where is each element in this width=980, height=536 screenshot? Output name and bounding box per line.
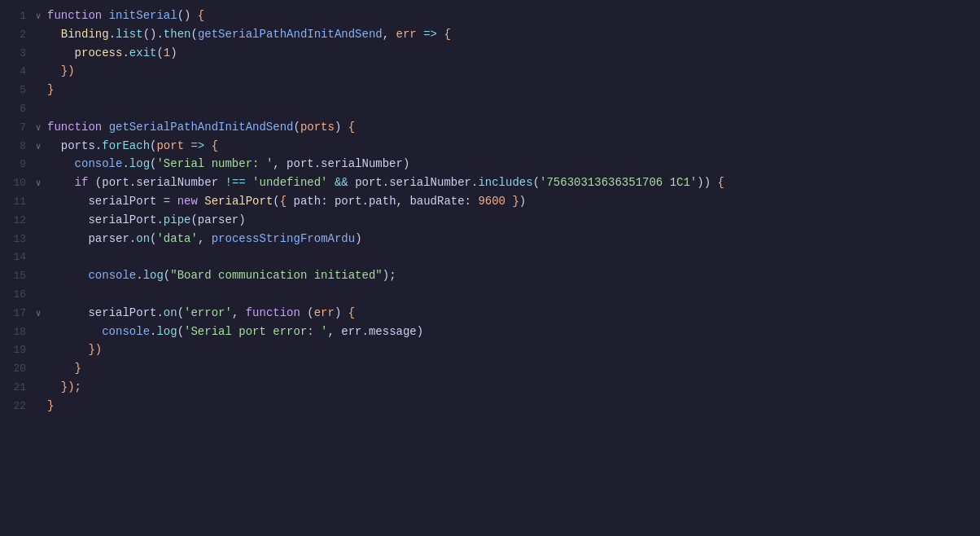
code-content: [44, 285, 980, 303]
code-line: 8∨ ports.forEach(port => {: [0, 137, 980, 156]
code-line: 15 console.log("Board communication init…: [0, 266, 980, 285]
code-line: 11 serialPort = new SerialPort({ path: p…: [0, 192, 980, 211]
code-line: 1∨function initSerial() {: [0, 7, 980, 25]
line-number: 5: [0, 82, 33, 99]
line-number: 20: [0, 361, 33, 378]
code-line: 2 Binding.list().then(getSerialPathAndIn…: [0, 25, 980, 44]
line-number: 15: [0, 268, 33, 285]
code-content: }: [44, 359, 980, 377]
line-number: 8: [0, 138, 33, 156]
code-line: 17∨ serialPort.on('error', function (err…: [0, 304, 980, 323]
code-line: 6: [0, 99, 980, 118]
code-content: if (port.serialNumber !== 'undefined' &&…: [44, 174, 980, 191]
code-line: 5 }: [0, 81, 980, 99]
line-number: 4: [0, 64, 33, 81]
fold-arrow-icon[interactable]: ∨: [33, 121, 44, 136]
line-number: 7: [0, 120, 33, 137]
code-line: 21 });: [0, 378, 980, 397]
code-content: console.log('Serial number: ', port.seri…: [44, 155, 980, 173]
code-content: serialPort.pipe(parser): [44, 211, 980, 229]
line-number: 9: [0, 156, 33, 174]
code-content: Binding.list().then(getSerialPathAndInit…: [44, 25, 980, 43]
code-editor: 1∨function initSerial() {2 Binding.list(…: [0, 0, 980, 536]
code-content: }: [44, 397, 980, 415]
code-content: });: [44, 378, 980, 396]
code-line: 12 serialPort.pipe(parser): [0, 211, 980, 230]
code-line: 20 }: [0, 359, 980, 378]
code-content: [44, 248, 980, 266]
code-content: ports.forEach(port => {: [44, 137, 980, 155]
code-content: console.log('Serial port error: ', err.m…: [44, 323, 980, 340]
line-number: 22: [0, 398, 33, 415]
code-content: serialPort.on('error', function (err) {: [44, 304, 980, 322]
code-line: 22 }: [0, 397, 980, 415]
code-content: serialPort = new SerialPort({ path: port…: [44, 192, 980, 210]
code-content: process.exit(1): [44, 44, 980, 62]
code-content: parser.on('data', processStringFromArdu): [44, 230, 980, 248]
line-number: 21: [0, 380, 33, 397]
code-line: 4 }): [0, 62, 980, 81]
code-line: 18 console.log('Serial port error: ', er…: [0, 323, 980, 341]
line-number: 14: [0, 249, 33, 266]
code-content: function getSerialPathAndInitAndSend(por…: [44, 118, 980, 136]
code-content: }): [44, 62, 980, 80]
fold-arrow-icon[interactable]: ∨: [33, 177, 44, 191]
code-content: console.log("Board communication initiat…: [44, 266, 980, 284]
line-number: 10: [0, 175, 33, 192]
code-line: 13 parser.on('data', processStringFromAr…: [0, 230, 980, 248]
code-line: 7∨function getSerialPathAndInitAndSend(p…: [0, 118, 980, 137]
line-number: 1: [0, 8, 33, 25]
line-number: 13: [0, 231, 33, 248]
fold-arrow-icon[interactable]: ∨: [33, 10, 44, 24]
line-number: 2: [0, 27, 33, 44]
code-content: }): [44, 340, 980, 358]
fold-arrow-icon[interactable]: ∨: [33, 307, 44, 322]
code-line: 3 process.exit(1): [0, 44, 980, 63]
line-number: 6: [0, 101, 33, 118]
code-content: [44, 99, 980, 117]
line-number: 17: [0, 305, 33, 323]
line-number: 11: [0, 194, 33, 211]
code-line: 10∨ if (port.serialNumber !== 'undefined…: [0, 174, 980, 192]
line-number: 3: [0, 46, 33, 63]
fold-arrow-icon[interactable]: ∨: [33, 140, 44, 155]
code-content: }: [44, 81, 980, 99]
code-content: function initSerial() {: [44, 7, 980, 24]
code-line: 14: [0, 248, 980, 266]
line-number: 19: [0, 342, 33, 359]
code-line: 19 }): [0, 340, 980, 359]
line-number: 16: [0, 287, 33, 304]
code-line: 16: [0, 285, 980, 304]
line-number: 18: [0, 324, 33, 341]
code-line: 9 console.log('Serial number: ', port.se…: [0, 155, 980, 174]
line-number: 12: [0, 213, 33, 230]
